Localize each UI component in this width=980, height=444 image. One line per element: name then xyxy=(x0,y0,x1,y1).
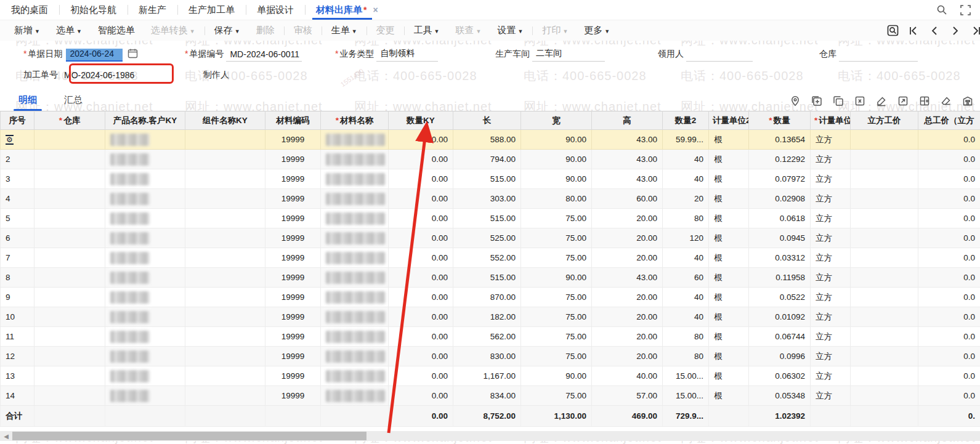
cell-material[interactable] xyxy=(321,268,389,288)
cell-qty2[interactable]: 40 xyxy=(663,169,709,189)
cell-qty_ky[interactable]: 0.00 xyxy=(389,327,453,347)
cell-unit2[interactable]: 根 xyxy=(709,248,749,268)
cell-unit2[interactable]: 根 xyxy=(709,169,749,189)
cell-qty_ky[interactable]: 0.00 xyxy=(389,150,453,169)
cell-product[interactable] xyxy=(105,189,185,209)
cell-material[interactable] xyxy=(321,248,389,268)
cell-qty[interactable]: 0.01092 xyxy=(749,307,811,327)
table-row[interactable]: 9199990.00870.0075.0020.0040根0.0522立方0.0 xyxy=(1,288,980,307)
cell-component[interactable] xyxy=(185,209,265,228)
cell-qty_ky[interactable]: 0.00 xyxy=(389,268,453,288)
cell-total[interactable]: 0.0 xyxy=(918,327,980,347)
cell-component[interactable] xyxy=(185,130,265,150)
cell-unit2[interactable]: 根 xyxy=(709,228,749,248)
cell-no[interactable]: 11 xyxy=(1,327,34,347)
cell-len[interactable]: 515.00 xyxy=(453,209,521,228)
cell-qty2[interactable]: 40 xyxy=(663,150,709,169)
cell-total[interactable]: 0.0 xyxy=(918,288,980,307)
cell-hei[interactable]: 20.00 xyxy=(592,288,663,307)
cell-wid[interactable]: 75.00 xyxy=(521,209,592,228)
cell-unit[interactable]: 立方 xyxy=(811,169,851,189)
close-tab-icon[interactable]: × xyxy=(373,5,378,15)
cell-material[interactable] xyxy=(321,150,389,169)
cell-no[interactable]: 4 xyxy=(1,189,34,209)
cell-unit[interactable]: 立方 xyxy=(811,248,851,268)
cell-unit[interactable]: 立方 xyxy=(811,209,851,228)
cell-material[interactable] xyxy=(321,288,389,307)
cell-len[interactable]: 870.00 xyxy=(453,288,521,307)
cell-total[interactable]: 0.0 xyxy=(918,386,980,406)
workshop-input[interactable]: 二车间 xyxy=(532,48,605,62)
cell-no[interactable]: 9 xyxy=(1,288,34,307)
cell-wid[interactable]: 90.00 xyxy=(521,150,592,169)
cell-len[interactable]: 182.00 xyxy=(453,307,521,327)
table-row[interactable]: 6199990.00525.0075.0020.00120根0.0945立方0.… xyxy=(1,228,980,248)
cell-unit2[interactable]: 根 xyxy=(709,268,749,288)
cell-unit2[interactable]: 根 xyxy=(709,347,749,366)
cell-code[interactable]: 19999 xyxy=(265,189,321,209)
cell-unit[interactable]: 立方 xyxy=(811,386,851,406)
cell-product[interactable] xyxy=(105,327,185,347)
window-tab-5[interactable]: 材料出库单*× xyxy=(305,0,389,20)
cell-cubic_price[interactable] xyxy=(851,169,918,189)
cell-warehouse[interactable] xyxy=(34,248,105,268)
cell-product[interactable] xyxy=(105,347,185,366)
cell-no[interactable]: 3 xyxy=(1,169,34,189)
cell-product[interactable] xyxy=(105,209,185,228)
cell-wid[interactable]: 75.00 xyxy=(521,307,592,327)
window-tab-4[interactable]: 单据设计 xyxy=(246,0,305,20)
cell-product[interactable] xyxy=(105,307,185,327)
cell-no[interactable]: 7 xyxy=(1,248,34,268)
cell-unit2[interactable]: 根 xyxy=(709,288,749,307)
first-record-icon[interactable] xyxy=(907,25,920,37)
cell-hei[interactable]: 20.00 xyxy=(592,228,663,248)
cell-qty_ky[interactable]: 0.00 xyxy=(389,386,453,406)
cell-len[interactable]: 303.00 xyxy=(453,189,521,209)
cell-hei[interactable]: 60.00 xyxy=(592,189,663,209)
window-tab-3[interactable]: 生产加工单 xyxy=(177,0,246,20)
cell-warehouse[interactable] xyxy=(34,228,105,248)
cell-qty[interactable]: 0.0522 xyxy=(749,288,811,307)
cell-warehouse[interactable] xyxy=(34,150,105,169)
toolbar-button-19[interactable]: 更多▼ xyxy=(576,25,618,36)
table-row[interactable]: 5199990.00515.0075.0020.0080根0.0618立方0.0 xyxy=(1,209,980,228)
cell-component[interactable] xyxy=(185,366,265,386)
table-row[interactable]: 3199990.00515.0090.0043.0040根0.07972立方0.… xyxy=(1,169,980,189)
cell-unit[interactable]: 立方 xyxy=(811,150,851,169)
table-row[interactable]: 14199990.00834.0075.0057.0015.00...根0.05… xyxy=(1,386,980,406)
cell-material[interactable] xyxy=(321,347,389,366)
toolbar-button-2[interactable]: 智能选单 xyxy=(90,25,143,36)
cell-code[interactable]: 19999 xyxy=(265,228,321,248)
cell-code[interactable]: 19999 xyxy=(265,347,321,366)
cell-code[interactable]: 19999 xyxy=(265,169,321,189)
cell-product[interactable] xyxy=(105,248,185,268)
cell-warehouse[interactable] xyxy=(34,366,105,386)
cell-total[interactable]: 0.0 xyxy=(918,228,980,248)
cell-code[interactable]: 19999 xyxy=(265,386,321,406)
cell-qty_ky[interactable]: 0.00 xyxy=(389,228,453,248)
last-record-icon[interactable] xyxy=(970,25,980,37)
cell-component[interactable] xyxy=(185,268,265,288)
cell-wid[interactable]: 80.00 xyxy=(521,189,592,209)
cell-code[interactable]: 19999 xyxy=(265,307,321,327)
location-pin-icon[interactable] xyxy=(789,95,801,107)
cell-code[interactable]: 19999 xyxy=(265,366,321,386)
col-header-unit[interactable]: *计量单位 xyxy=(811,111,851,130)
next-record-icon[interactable] xyxy=(949,25,962,37)
eraser-icon[interactable] xyxy=(940,95,952,107)
cell-len[interactable]: 794.00 xyxy=(453,150,521,169)
cell-qty_ky[interactable]: 0.00 xyxy=(389,288,453,307)
cell-qty[interactable]: 0.06744 xyxy=(749,327,811,347)
cell-unit2[interactable]: 根 xyxy=(709,366,749,386)
calendar-icon[interactable] xyxy=(128,48,138,62)
cell-qty[interactable]: 0.0618 xyxy=(749,209,811,228)
cell-unit2[interactable]: 根 xyxy=(709,150,749,169)
cell-len[interactable]: 525.00 xyxy=(453,228,521,248)
cell-unit[interactable]: 立方 xyxy=(811,366,851,386)
cell-component[interactable] xyxy=(185,347,265,366)
cell-warehouse[interactable] xyxy=(34,189,105,209)
cell-qty[interactable]: 0.11958 xyxy=(749,268,811,288)
cell-qty_ky[interactable]: 0.00 xyxy=(389,366,453,386)
cell-component[interactable] xyxy=(185,189,265,209)
table-row[interactable]: 8199990.00515.0090.0043.0060根0.11958立方0.… xyxy=(1,268,980,288)
